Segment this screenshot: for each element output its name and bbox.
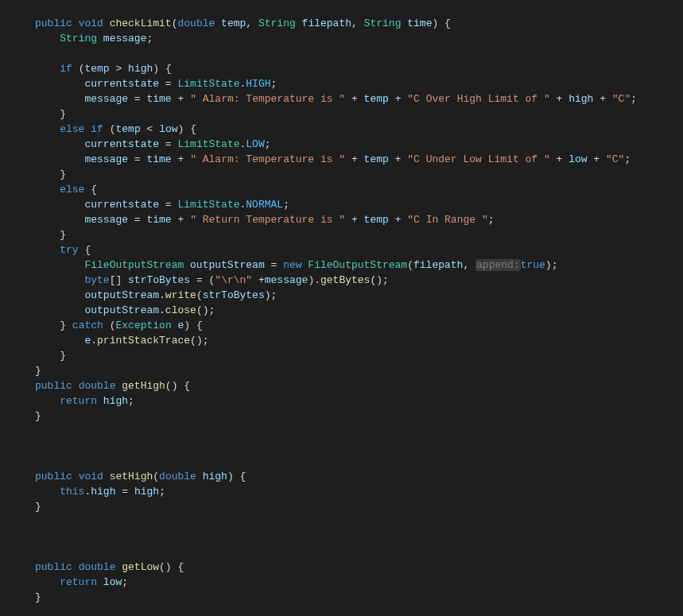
code-line[interactable] [13,46,683,61]
code-line[interactable]: e.printStackTrace(); [13,333,683,348]
type-limitstate: LimitState [177,138,239,150]
code-line[interactable]: public double getHigh() { [13,378,683,393]
var-outputstream: outputStream [84,304,159,316]
type-string: String [60,33,97,45]
code-line[interactable]: public double getLow() { [13,560,683,575]
code-line[interactable] [13,439,683,454]
code-line[interactable]: if (temp > high) { [13,61,683,76]
code-line[interactable] [13,544,683,560]
const-normal: NORMAL [246,199,283,211]
var-filepath: filepath [413,259,463,271]
code-line[interactable]: return high; [13,393,683,409]
keyword-return: return [60,576,97,588]
var-message: message [84,153,128,165]
code-line[interactable] [13,424,683,439]
method-name: setHigh [110,471,153,482]
code-line[interactable]: message = time + " Alarm: Temperature is… [13,152,683,167]
var-low: low [103,576,122,588]
var-strtobytes: strToBytes [203,289,265,301]
code-line[interactable]: return low; [13,575,683,590]
code-line[interactable]: currentstate = LimitState.LOW; [13,137,683,152]
type-fileoutputstream: FileOutputStream [84,259,184,271]
code-line[interactable]: public void checkLimit(double temp, Stri… [13,16,683,31]
keyword-if: if [91,123,103,135]
method-name: checkLimit [110,17,172,29]
param-temp: temp [221,17,246,29]
code-line[interactable]: } [13,167,683,182]
type-limitstate: LimitState [177,78,239,90]
var-time: time [146,153,171,165]
param-filepath: filepath [302,17,351,29]
code-line[interactable]: } [13,227,683,242]
var-time: time [146,93,171,105]
code-line[interactable]: public void setHigh(double high) { [13,469,683,484]
keyword-if: if [60,63,72,75]
code-line[interactable]: } [13,348,683,363]
code-line[interactable]: FileOutputStream outputStream = new File… [13,258,683,273]
var-temp: temp [364,153,389,165]
keyword-void: void [79,471,103,482]
keyword-public: public [35,380,72,392]
code-line[interactable]: else if (temp < low) { [13,122,683,137]
var-low: low [569,153,587,165]
string-literal: "C" [606,153,624,165]
var-message: message [103,33,147,45]
var-high: high [569,93,593,105]
code-line[interactable]: byte[] strToBytes = ("\r\n" +message).ge… [13,273,683,288]
method-printstacktrace: printStackTrace [97,335,190,347]
var-currentstate: currentstate [84,78,159,90]
code-line[interactable]: } catch (Exception e) { [13,318,683,333]
var-message: message [84,93,128,105]
field-high: high [91,486,115,498]
code-line[interactable]: this.high = high; [13,484,683,499]
method-write: write [165,289,196,301]
type-fileoutputstream: FileOutputStream [308,259,407,271]
keyword-return: return [60,395,97,407]
code-line[interactable]: outputStream.close(); [13,303,683,318]
var-currentstate: currentstate [84,199,159,211]
keyword-double: double [79,380,116,392]
code-line[interactable]: message = time + " Alarm: Temperature is… [13,91,683,107]
string-literal: " Alarm: Temperature is " [190,153,345,165]
method-close: close [165,304,196,316]
param-time: time [407,17,432,29]
keyword-new: new [283,259,301,271]
code-line[interactable] [13,454,683,469]
code-line[interactable]: } [13,363,683,378]
code-line[interactable]: String message; [13,31,683,46]
code-line[interactable]: } [13,107,683,122]
keyword-else: else [60,123,84,135]
var-low: low [159,123,177,135]
code-line[interactable] [13,529,683,544]
string-literal: " Alarm: Temperature is " [190,93,345,105]
code-line[interactable]: outputStream.write(strToBytes); [13,288,683,303]
const-low: LOW [246,138,264,150]
const-high: HIGH [246,78,270,90]
string-literal: "C In Range " [407,214,487,226]
code-line[interactable]: currentstate = LimitState.NORMAL; [13,197,683,212]
string-literal: "\r\n" [215,274,252,286]
keyword-public: public [35,471,72,482]
var-currentstate: currentstate [84,138,159,150]
var-high: high [128,63,153,75]
code-line[interactable]: try { [13,242,683,258]
type-limitstate: LimitState [177,199,239,211]
code-editor[interactable]: public void checkLimit(double temp, Stri… [0,16,683,605]
var-high: high [134,486,159,498]
var-time: time [146,214,171,226]
literal-true: true [521,259,545,271]
code-line[interactable]: } [13,409,683,424]
string-literal: " Return Temperature is " [190,214,345,226]
code-line[interactable]: } [13,590,683,605]
code-line[interactable] [13,514,683,529]
type-double: double [159,471,196,482]
type-string: String [364,17,402,29]
var-message: message [84,214,128,226]
code-line[interactable]: else { [13,182,683,197]
code-line[interactable]: currentstate = LimitState.HIGH; [13,76,683,91]
method-getbytes: getBytes [320,274,370,286]
keyword-void: void [79,17,103,29]
var-temp: temp [364,214,389,226]
code-line[interactable]: } [13,499,683,514]
code-line[interactable]: message = time + " Return Temperature is… [13,212,683,227]
